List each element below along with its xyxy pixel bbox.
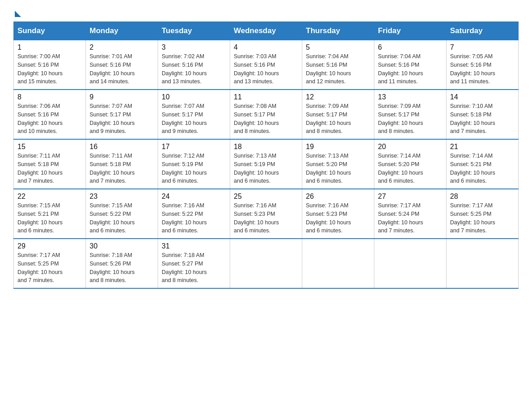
day-number: 14 <box>450 93 515 101</box>
logo <box>13 9 22 13</box>
day-number: 18 <box>234 143 298 151</box>
calendar-cell: 22 Sunrise: 7:15 AMSunset: 5:21 PMDaylig… <box>14 189 86 239</box>
day-info: Sunrise: 7:11 AMSunset: 5:18 PMDaylight:… <box>90 153 135 184</box>
calendar-cell: 30 Sunrise: 7:18 AMSunset: 5:26 PMDaylig… <box>86 239 158 288</box>
calendar-cell: 27 Sunrise: 7:17 AMSunset: 5:24 PMDaylig… <box>374 189 446 239</box>
day-info: Sunrise: 7:14 AMSunset: 5:21 PMDaylight:… <box>450 153 495 184</box>
weekday-header-sunday: Sunday <box>14 22 86 40</box>
day-number: 8 <box>17 93 82 101</box>
calendar-cell: 28 Sunrise: 7:17 AMSunset: 5:25 PMDaylig… <box>446 189 519 239</box>
day-number: 3 <box>162 43 226 51</box>
day-number: 22 <box>17 193 82 201</box>
day-number: 23 <box>90 193 154 201</box>
page-header <box>13 9 519 13</box>
calendar-week-2: 8 Sunrise: 7:06 AMSunset: 5:16 PMDayligh… <box>14 90 519 139</box>
calendar-week-4: 22 Sunrise: 7:15 AMSunset: 5:21 PMDaylig… <box>14 189 519 239</box>
day-number: 4 <box>234 43 298 51</box>
calendar-cell: 1 Sunrise: 7:00 AMSunset: 5:16 PMDayligh… <box>14 40 86 90</box>
calendar-cell: 14 Sunrise: 7:10 AMSunset: 5:18 PMDaylig… <box>446 90 519 139</box>
calendar-cell: 18 Sunrise: 7:13 AMSunset: 5:19 PMDaylig… <box>230 139 302 189</box>
day-number: 29 <box>17 242 82 250</box>
calendar-cell: 21 Sunrise: 7:14 AMSunset: 5:21 PMDaylig… <box>446 139 519 189</box>
weekday-header-saturday: Saturday <box>446 22 519 40</box>
day-number: 1 <box>17 43 82 51</box>
day-number: 21 <box>450 143 515 151</box>
day-number: 6 <box>378 43 442 51</box>
day-info: Sunrise: 7:10 AMSunset: 5:18 PMDaylight:… <box>450 103 495 134</box>
day-number: 7 <box>450 43 515 51</box>
day-number: 28 <box>450 193 515 201</box>
calendar-cell: 31 Sunrise: 7:18 AMSunset: 5:27 PMDaylig… <box>158 239 230 288</box>
calendar-cell: 24 Sunrise: 7:16 AMSunset: 5:22 PMDaylig… <box>158 189 230 239</box>
calendar-cell: 5 Sunrise: 7:04 AMSunset: 5:16 PMDayligh… <box>302 40 374 90</box>
logo-triangle-icon <box>15 11 21 17</box>
day-info: Sunrise: 7:01 AMSunset: 5:16 PMDaylight:… <box>90 53 135 85</box>
day-number: 20 <box>378 143 442 151</box>
day-info: Sunrise: 7:15 AMSunset: 5:21 PMDaylight:… <box>17 202 63 234</box>
calendar-cell: 23 Sunrise: 7:15 AMSunset: 5:22 PMDaylig… <box>86 189 158 239</box>
day-info: Sunrise: 7:16 AMSunset: 5:23 PMDaylight:… <box>306 202 351 234</box>
calendar-cell: 2 Sunrise: 7:01 AMSunset: 5:16 PMDayligh… <box>86 40 158 90</box>
calendar-table: SundayMondayTuesdayWednesdayThursdayFrid… <box>13 21 519 289</box>
calendar-cell <box>302 239 374 288</box>
day-info: Sunrise: 7:16 AMSunset: 5:22 PMDaylight:… <box>162 202 207 234</box>
calendar-cell <box>374 239 446 288</box>
day-number: 31 <box>162 242 226 250</box>
calendar-cell: 7 Sunrise: 7:05 AMSunset: 5:16 PMDayligh… <box>446 40 519 90</box>
day-info: Sunrise: 7:11 AMSunset: 5:18 PMDaylight:… <box>17 153 63 184</box>
day-number: 13 <box>378 93 442 101</box>
day-number: 11 <box>234 93 298 101</box>
calendar-cell <box>446 239 519 288</box>
day-info: Sunrise: 7:07 AMSunset: 5:17 PMDaylight:… <box>90 103 135 134</box>
calendar-week-1: 1 Sunrise: 7:00 AMSunset: 5:16 PMDayligh… <box>14 40 519 90</box>
day-info: Sunrise: 7:18 AMSunset: 5:26 PMDaylight:… <box>90 252 135 283</box>
day-info: Sunrise: 7:04 AMSunset: 5:16 PMDaylight:… <box>378 53 423 85</box>
day-number: 24 <box>162 193 226 201</box>
day-info: Sunrise: 7:05 AMSunset: 5:16 PMDaylight:… <box>450 53 495 85</box>
day-number: 10 <box>162 93 226 101</box>
day-info: Sunrise: 7:00 AMSunset: 5:16 PMDaylight:… <box>17 53 63 85</box>
day-number: 26 <box>306 193 370 201</box>
day-info: Sunrise: 7:07 AMSunset: 5:17 PMDaylight:… <box>162 103 207 134</box>
day-number: 27 <box>378 193 442 201</box>
day-number: 25 <box>234 193 298 201</box>
calendar-cell: 15 Sunrise: 7:11 AMSunset: 5:18 PMDaylig… <box>14 139 86 189</box>
day-number: 12 <box>306 93 370 101</box>
calendar-cell: 4 Sunrise: 7:03 AMSunset: 5:16 PMDayligh… <box>230 40 302 90</box>
day-info: Sunrise: 7:17 AMSunset: 5:25 PMDaylight:… <box>450 202 495 234</box>
calendar-cell: 8 Sunrise: 7:06 AMSunset: 5:16 PMDayligh… <box>14 90 86 139</box>
day-number: 19 <box>306 143 370 151</box>
day-info: Sunrise: 7:15 AMSunset: 5:22 PMDaylight:… <box>90 202 135 234</box>
weekday-header-thursday: Thursday <box>302 22 374 40</box>
day-info: Sunrise: 7:17 AMSunset: 5:25 PMDaylight:… <box>17 252 63 283</box>
day-info: Sunrise: 7:13 AMSunset: 5:20 PMDaylight:… <box>306 153 351 184</box>
day-info: Sunrise: 7:03 AMSunset: 5:16 PMDaylight:… <box>234 53 279 85</box>
weekday-header-monday: Monday <box>86 22 158 40</box>
calendar-cell: 3 Sunrise: 7:02 AMSunset: 5:16 PMDayligh… <box>158 40 230 90</box>
calendar-cell <box>230 239 302 288</box>
day-info: Sunrise: 7:18 AMSunset: 5:27 PMDaylight:… <box>162 252 207 283</box>
calendar-cell: 17 Sunrise: 7:12 AMSunset: 5:19 PMDaylig… <box>158 139 230 189</box>
day-info: Sunrise: 7:09 AMSunset: 5:17 PMDaylight:… <box>306 103 351 134</box>
day-number: 30 <box>90 242 154 250</box>
calendar-cell: 29 Sunrise: 7:17 AMSunset: 5:25 PMDaylig… <box>14 239 86 288</box>
calendar-cell: 9 Sunrise: 7:07 AMSunset: 5:17 PMDayligh… <box>86 90 158 139</box>
calendar-cell: 12 Sunrise: 7:09 AMSunset: 5:17 PMDaylig… <box>302 90 374 139</box>
day-info: Sunrise: 7:16 AMSunset: 5:23 PMDaylight:… <box>234 202 279 234</box>
calendar-cell: 10 Sunrise: 7:07 AMSunset: 5:17 PMDaylig… <box>158 90 230 139</box>
day-number: 15 <box>17 143 82 151</box>
day-number: 9 <box>90 93 154 101</box>
weekday-header-tuesday: Tuesday <box>158 22 230 40</box>
weekday-header-wednesday: Wednesday <box>230 22 302 40</box>
day-number: 17 <box>162 143 226 151</box>
calendar-cell: 11 Sunrise: 7:08 AMSunset: 5:17 PMDaylig… <box>230 90 302 139</box>
day-number: 5 <box>306 43 370 51</box>
day-info: Sunrise: 7:06 AMSunset: 5:16 PMDaylight:… <box>17 103 63 134</box>
calendar-cell: 20 Sunrise: 7:14 AMSunset: 5:20 PMDaylig… <box>374 139 446 189</box>
calendar-cell: 25 Sunrise: 7:16 AMSunset: 5:23 PMDaylig… <box>230 189 302 239</box>
day-info: Sunrise: 7:12 AMSunset: 5:19 PMDaylight:… <box>162 153 207 184</box>
day-info: Sunrise: 7:02 AMSunset: 5:16 PMDaylight:… <box>162 53 207 85</box>
calendar-cell: 13 Sunrise: 7:09 AMSunset: 5:17 PMDaylig… <box>374 90 446 139</box>
day-info: Sunrise: 7:04 AMSunset: 5:16 PMDaylight:… <box>306 53 351 85</box>
day-number: 2 <box>90 43 154 51</box>
